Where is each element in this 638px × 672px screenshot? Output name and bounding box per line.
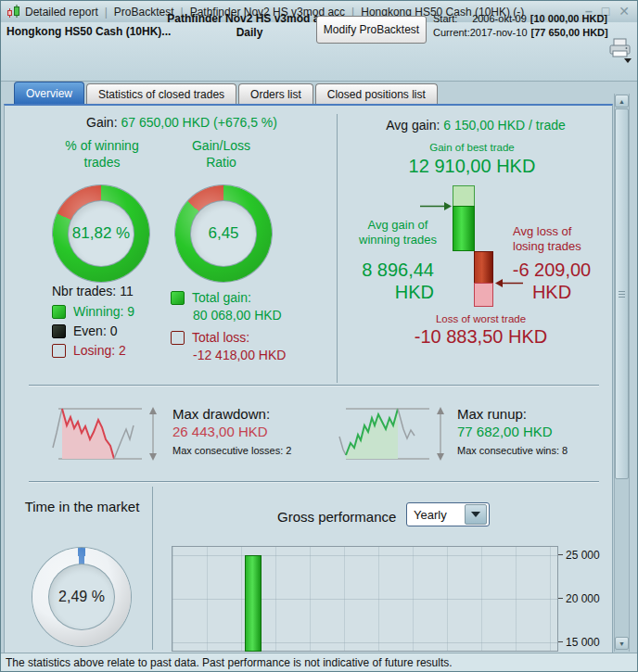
gain-value: 67 650,00 HKD (+676,5 %) [121,115,277,130]
avg-loss-value: -6 209,00 HKD [509,259,594,303]
avg-win-label: Avg gain of winning trades [351,218,444,247]
y-axis-tick [558,554,563,555]
time-in-market-value: 2,49 % [58,589,105,605]
legend-total-loss: Total loss: [171,330,249,345]
status-bar: The statistics above relate to past data… [1,653,637,672]
gross-performance-chart [172,546,558,652]
legend-total-gain: Total gain: [171,290,251,305]
max-consecutive-losses: Max consecutive losses: 2 [172,445,291,456]
title-item: Detailed report [25,6,98,19]
winning-trades-donut: 81,82 % [53,185,149,282]
section-divider [152,487,153,650]
gain-summary: Gain: 67 650,00 HKD (+676,5 %) [29,115,335,130]
winning-trades-title: % of winning trades [50,137,154,171]
tab-closed-positions-list[interactable]: Closed positions list [315,83,438,104]
worst-trade-label: Loss of worst trade [363,313,599,324]
best-trade-value: 12 910,00 HKD [342,156,602,177]
start-amount: [10 000,00 HKD] [530,13,607,24]
max-drawdown-sparkline [49,401,165,468]
print-icon[interactable] [607,36,633,66]
total-gain-value: 80 068,00 HKD [193,308,282,323]
even-color-swatch [52,324,66,338]
tab-orders-list[interactable]: Orders list [238,83,313,104]
yearly-gain-bar [245,555,262,652]
even-legend-label: Even: 0 [73,323,117,338]
scrollbar-thumb[interactable] [615,108,629,479]
gain-label: Gain: [86,115,117,130]
strategy-timeframe: Daily [157,26,342,40]
winning-color-swatch [52,305,66,319]
account-summary: Start: 2006-okt-09[10 000,00 HKD] Curren… [433,12,607,40]
close-icon[interactable]: ✕ [619,1,630,22]
total-loss-color-swatch [171,331,185,345]
losing-color-swatch [52,344,66,358]
nbr-trades: Nbr trades: 11 [52,284,134,298]
scroll-down-icon[interactable]: ▼ [615,637,629,650]
current-amount: [77 650,00 HKD] [531,27,608,38]
total-loss-label: Total loss: [192,330,249,345]
period-select[interactable]: Yearly [406,502,490,526]
avg-win-pointer-arrow-icon [420,201,452,211]
start-date: 2006-okt-09 [472,13,527,24]
avg-win-bar-segment [453,206,475,251]
strategy-title: Pathfinder Nov2 HS v3mod acc [157,12,342,26]
period-selected-value: Yearly [407,508,465,522]
y-axis-tick [558,641,563,642]
detailed-report-window: Detailed report|ProBacktest|Pathfinder N… [0,0,638,672]
winning-legend-label: Winning: 9 [73,304,134,319]
avg-gain-label: Avg gain: [386,118,440,133]
avg-gain-summary: Avg gain: 6 150,00 HKD / trade [342,118,609,133]
avg-gain-value: 6 150,00 HKD / trade [443,118,566,133]
instrument-name: Hongkong HS50 Cash (10HK)... [6,25,171,38]
total-loss-value: -12 418,00 HKD [193,348,286,362]
candlestick-app-icon [6,4,21,19]
total-gain-label: Total gain: [192,290,251,305]
gain-loss-ratio-title: Gain/Loss Ratio [177,137,265,171]
current-date: 2017-nov-10 [470,27,528,38]
legend-losing: Losing: 2 [52,343,126,358]
max-drawdown-value: 26 443,00 HKD [172,424,268,439]
y-axis-tick [558,598,563,599]
max-consecutive-wins: Max consecutive wins: 8 [457,445,568,456]
strategy-name: Pathfinder Nov2 HS v3mod acc Daily [157,12,342,40]
legend-even: Even: 0 [52,323,117,338]
worst-trade-bar-segment [474,283,493,307]
tab-overview[interactable]: Overview [14,82,84,104]
avg-win-value: 8 896,44 HKD [346,259,434,303]
best-trade-label: Gain of best trade [342,142,602,153]
y-axis-label: 20 000 [566,592,600,605]
section-divider [337,114,338,383]
status-text: The statistics above relate to past data… [6,656,453,669]
tab-bar: Overview Statistics of closed trades Ord… [14,82,438,104]
current-label: Current: [433,26,470,40]
time-in-market-title: Time in the market [24,498,140,515]
scroll-up-icon[interactable]: ▲ [615,95,629,108]
losing-legend-label: Losing: 2 [73,343,126,358]
winning-pct-value: 81,82 % [72,224,130,243]
avg-loss-label: Avg loss of losing trades [513,224,593,254]
total-gain-color-swatch [171,291,185,305]
time-in-market-donut: 2,49 % [32,548,131,646]
y-axis-label: 15 000 [566,636,600,649]
y-axis-label: 25 000 [566,549,600,562]
max-runup-label: Max runup: [457,406,527,422]
gain-loss-ratio-donut: 6,45 [175,185,272,282]
worst-trade-value: -10 883,50 HKD [363,326,599,348]
modify-probacktest-button[interactable]: Modify ProBacktest [316,16,427,44]
chevron-down-icon[interactable] [465,504,487,525]
tab-statistics-of-closed-trades[interactable]: Statistics of closed trades [86,83,236,104]
max-runup-value: 77 682,00 HKD [457,424,553,439]
avg-loss-bar-segment [474,251,493,284]
ratio-value: 6,45 [208,224,238,243]
title-separator: | [105,6,108,19]
best-trade-bar-segment [453,185,475,207]
horizontal-separator [29,481,599,482]
max-drawdown-label: Max drawdown: [172,406,270,422]
start-label: Start: [433,12,457,26]
horizontal-separator [29,385,599,386]
max-runup-sparkline [337,401,453,468]
gross-performance-label: Gross performance [277,509,396,525]
legend-winning: Winning: 9 [52,304,134,319]
